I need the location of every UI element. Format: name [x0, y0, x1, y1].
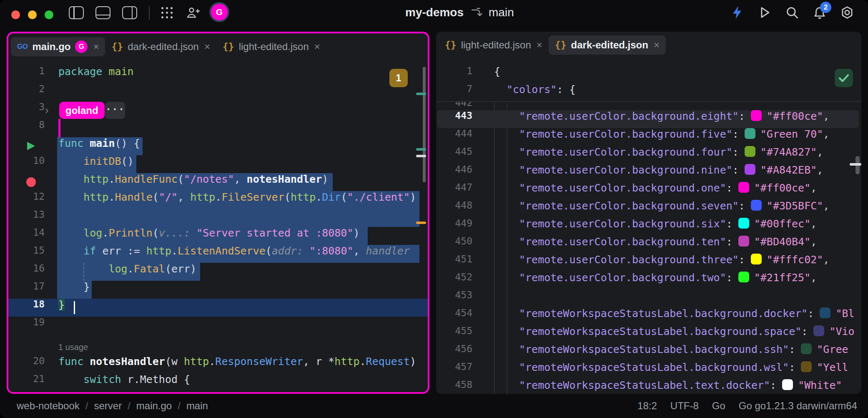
color-swatch	[801, 361, 812, 372]
code-token: )	[410, 355, 416, 368]
right-editor-pane: {}light-edited.json×{}dark-edited.json× …	[436, 32, 861, 394]
breadcrumb-item[interactable]: web-notebook	[17, 400, 80, 412]
line-number: 455	[440, 325, 472, 336]
code-token: main	[90, 137, 115, 149]
code-token: .	[108, 191, 115, 203]
code-token: http	[291, 191, 316, 203]
breadcrumb-item[interactable]: server	[94, 400, 122, 412]
code-token: switch	[83, 373, 121, 385]
zoom-window-button[interactable]	[45, 10, 53, 19]
run-gutter-icon[interactable]	[27, 142, 35, 150]
code-text: "remote.userColor.background.eight":"#ff…	[519, 110, 829, 122]
breadcrumb-item[interactable]: main	[186, 400, 208, 412]
tab-light-edited.json[interactable]: {}light-edited.json×	[216, 37, 326, 56]
annotation-count-badge[interactable]: 1	[389, 69, 408, 87]
code-token	[58, 155, 83, 167]
code-token: .	[108, 173, 115, 185]
code-line: 449"remote.userColor.background.six":"#0…	[436, 218, 861, 236]
code-text: http.Handle("/", http.FileServer(http.Di…	[58, 191, 416, 203]
folded-code-ellipsis[interactable]: ···	[105, 102, 125, 119]
close-icon[interactable]: ×	[204, 41, 210, 53]
line-number: 17	[13, 281, 45, 292]
code-token: "Vio	[829, 325, 854, 337]
left-scrollbar-thumb[interactable]	[423, 67, 426, 182]
close-icon[interactable]: ×	[314, 41, 320, 53]
color-swatch	[738, 218, 749, 229]
breadcrumb-item[interactable]: main.go	[136, 400, 172, 412]
status-item[interactable]: Go	[712, 400, 725, 412]
code-token: :	[726, 272, 733, 284]
window-controls	[11, 10, 53, 19]
line-number: 453	[440, 290, 472, 300]
code-token: "remoteWorkspaceStatusLabel.background.s…	[519, 343, 789, 355]
tab-light-edited.json[interactable]: {}light-edited.json×	[439, 35, 549, 55]
code-text: func notesHandler(w http.ResponseWriter,…	[58, 355, 416, 368]
invite-user-icon[interactable]	[186, 6, 200, 19]
inspection-ok-badge[interactable]	[835, 69, 853, 87]
right-editor[interactable]: 442443"remote.userColor.background.eight…	[436, 32, 861, 394]
line-number: 14	[13, 227, 45, 238]
code-token: Println	[108, 227, 152, 239]
code-token	[58, 191, 83, 203]
code-token: ,	[817, 164, 823, 176]
code-line: 447"remote.userColor.background.one":"#f…	[436, 182, 861, 200]
code-token: ,	[353, 245, 366, 257]
code-token: "remote.userColor.background.three"	[519, 254, 739, 266]
code-text: switch r.Method {	[58, 373, 190, 385]
close-icon[interactable]: ×	[654, 39, 660, 51]
toggle-left-panel-icon[interactable]	[69, 6, 84, 19]
color-swatch	[782, 379, 793, 390]
code-token: .	[316, 191, 322, 203]
code-text: func main() {	[58, 137, 140, 149]
color-swatch	[738, 182, 749, 193]
fold-chevron-icon[interactable]: ›	[45, 101, 49, 119]
left-editor[interactable]: 1package main23›goland···8func main() {1…	[8, 33, 428, 392]
code-token: "#A842EB"	[760, 164, 817, 176]
quick-actions-lightning-icon[interactable]	[729, 4, 745, 21]
code-line: 10 initDB()	[8, 155, 428, 173]
user-avatar[interactable]: G	[211, 4, 228, 20]
line-number: 21	[13, 373, 45, 384]
line-number: 8	[13, 119, 45, 130]
code-text: "remoteWorkspaceStatusLabel.background.s…	[519, 343, 848, 355]
status-item[interactable]: UTF-8	[670, 400, 699, 412]
close-window-button[interactable]	[11, 10, 20, 19]
json-file-icon: {}	[223, 41, 234, 52]
workspace-title[interactable]: my-demos main	[405, 0, 514, 25]
settings-gear-icon[interactable]	[839, 4, 855, 21]
code-token: (w	[165, 355, 184, 368]
breakpoint-icon[interactable]	[26, 177, 36, 187]
run-icon[interactable]	[756, 4, 773, 21]
code-token	[58, 263, 108, 275]
notifications-bell-icon[interactable]: 2	[811, 4, 828, 21]
code-line: 18}	[8, 299, 428, 317]
code-line: 458"remoteWorkspaceStatusLabel.text.dock…	[436, 379, 861, 394]
tab-main.go[interactable]: GOmain.goG×	[11, 37, 105, 56]
search-icon[interactable]	[784, 4, 800, 21]
code-token: log	[108, 263, 127, 275]
code-text: "remote.userColor.background.six":"#00ff…	[519, 218, 817, 230]
line-number: 458	[440, 379, 472, 390]
code-token: )	[322, 173, 328, 185]
workspaces-grid-icon[interactable]	[161, 7, 173, 18]
color-swatch	[751, 254, 762, 264]
code-text: "remote.userColor.background.ten":"#BD40…	[519, 236, 817, 248]
usage-hint-label[interactable]: 1 usage	[58, 338, 88, 356]
status-item[interactable]: 18:2	[637, 400, 657, 412]
tab-dark-edited.json[interactable]: {}dark-edited.json×	[105, 37, 216, 56]
toggle-bottom-panel-icon[interactable]	[95, 6, 110, 19]
toggle-right-panel-icon[interactable]	[122, 6, 137, 19]
tab-dark-edited.json[interactable]: {}dark-edited.json×	[549, 35, 666, 55]
code-token: "#ff00ce"	[767, 110, 823, 122]
code-token: "colors"	[507, 83, 557, 96]
code-token: (	[341, 191, 347, 203]
code-token: :	[739, 200, 745, 212]
line-number: 446	[440, 164, 472, 175]
close-icon[interactable]: ×	[93, 41, 99, 53]
minimize-window-button[interactable]	[28, 10, 37, 19]
sticky-header: 1{7"colors": {	[436, 58, 861, 102]
status-item[interactable]: Go go1.21.3 darwin/arm64	[739, 400, 857, 412]
code-text: "remote.userColor.background.two":"#21ff…	[519, 272, 817, 284]
code-line: func main() {	[8, 137, 428, 155]
close-icon[interactable]: ×	[537, 39, 542, 51]
